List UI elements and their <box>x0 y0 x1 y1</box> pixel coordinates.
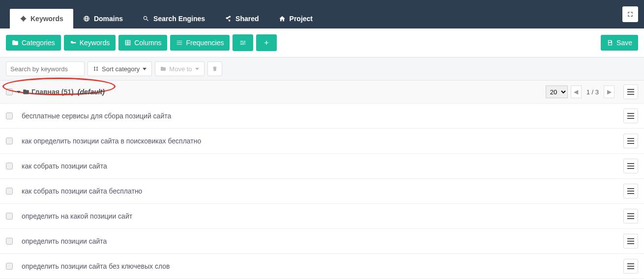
top-nav: Keywords Domains Search Engines Shared P… <box>0 0 644 28</box>
button-label: Frequencies <box>186 39 224 47</box>
folder-icon <box>160 66 166 72</box>
toolbar: Categories Keywords Columns Frequencies … <box>0 28 644 57</box>
list-icon <box>176 39 183 46</box>
menu-icon <box>627 113 634 119</box>
trash-icon <box>212 66 218 72</box>
menu-icon <box>627 89 634 95</box>
button-label: Move to <box>169 65 192 73</box>
share-icon <box>225 15 232 22</box>
menu-icon <box>627 238 634 244</box>
folder-icon <box>12 39 19 46</box>
expand-button[interactable] <box>622 6 638 22</box>
category-default-label: (default) <box>78 88 105 96</box>
keys-icon <box>20 15 27 22</box>
row-checkbox[interactable] <box>6 138 13 144</box>
keyword-text: определить на какой позиции сайт <box>22 212 623 220</box>
keyword-row: определить на какой позиции сайт <box>0 204 644 229</box>
keyword-text: определить позиции сайта <box>22 237 623 245</box>
row-menu-button[interactable] <box>623 109 638 123</box>
keyword-list: бесплатные сервисы для сбора позиций сай… <box>0 104 644 279</box>
button-label: Categories <box>22 39 55 47</box>
pager-prev-button[interactable]: ◀ <box>571 85 582 98</box>
chevron-down-icon <box>195 68 199 70</box>
row-checkbox[interactable] <box>6 238 13 245</box>
nav-tab-label: Shared <box>235 15 259 23</box>
delete-button[interactable] <box>207 61 222 76</box>
button-label: Sort category <box>102 65 140 73</box>
page-size-select[interactable]: 20 <box>546 85 568 98</box>
categories-button[interactable]: Categories <box>6 35 61 51</box>
subtoolbar: Sort category Move to <box>0 57 644 81</box>
keywords-button[interactable]: Keywords <box>64 35 116 51</box>
search-input[interactable] <box>6 61 85 76</box>
row-checkbox[interactable] <box>6 188 13 195</box>
nav-tab-keywords[interactable]: Keywords <box>10 9 73 28</box>
menu-icon <box>627 138 634 144</box>
keyword-row: как собрать позиции сайта <box>0 154 644 179</box>
category-label[interactable]: Главная (51) (default) <box>17 88 105 96</box>
nav-tab-label: Search Engines <box>153 15 205 23</box>
nav-tab-search-engines[interactable]: Search Engines <box>133 9 215 28</box>
pager-next-button[interactable]: ▶ <box>604 85 615 98</box>
nav-tab-label: Domains <box>94 15 123 23</box>
button-label: Save <box>616 39 632 47</box>
keyword-row: бесплатные сервисы для сбора позиций сай… <box>0 104 644 129</box>
keyword-text: как определить позиции сайта в поисковик… <box>22 137 623 145</box>
sliders-icon <box>239 39 246 46</box>
plus-icon <box>263 39 270 46</box>
nav-tab-label: Keywords <box>30 15 63 23</box>
folder-icon <box>23 88 29 95</box>
keyword-row: как собрать позиции сайта бесплатно <box>0 179 644 204</box>
keyword-text: как собрать позиции сайта <box>22 162 623 170</box>
sliders-button[interactable] <box>233 34 253 51</box>
frequencies-button[interactable]: Frequencies <box>170 35 230 51</box>
pager-text: 1 / 3 <box>585 88 601 96</box>
category-header: Главная (51) (default) 20 ◀ 1 / 3 ▶ <box>0 81 644 104</box>
key-icon <box>70 39 77 46</box>
menu-icon <box>627 263 634 269</box>
nav-tab-shared[interactable]: Shared <box>215 9 268 28</box>
keyword-row: определить позиции сайта без ключевых сл… <box>0 254 644 279</box>
category-checkbox[interactable] <box>6 88 13 95</box>
nav-tab-label: Project <box>290 15 313 23</box>
row-menu-button[interactable] <box>623 259 638 274</box>
row-checkbox[interactable] <box>6 112 13 119</box>
search-icon <box>143 15 149 22</box>
sort-icon <box>93 66 99 72</box>
row-menu-button[interactable] <box>623 184 638 198</box>
keyword-text: определить позиции сайта без ключевых сл… <box>22 262 623 270</box>
menu-icon <box>627 213 634 219</box>
menu-icon <box>627 188 634 194</box>
row-checkbox[interactable] <box>6 163 13 169</box>
row-menu-button[interactable] <box>623 134 638 148</box>
category-menu-button[interactable] <box>623 84 638 99</box>
sort-category-button[interactable]: Sort category <box>88 61 152 76</box>
nav-tab-domains[interactable]: Domains <box>73 9 133 28</box>
row-checkbox[interactable] <box>6 263 13 270</box>
row-checkbox[interactable] <box>6 213 13 220</box>
row-menu-button[interactable] <box>623 234 638 249</box>
row-menu-button[interactable] <box>623 159 638 173</box>
chevron-down-icon <box>143 68 146 70</box>
add-button[interactable] <box>256 34 277 51</box>
menu-icon <box>627 163 634 169</box>
button-label: Keywords <box>80 39 110 47</box>
home-icon <box>279 15 286 22</box>
row-menu-button[interactable] <box>623 209 638 223</box>
caret-down-icon <box>17 91 21 93</box>
save-icon <box>607 39 614 46</box>
category-name: Главная (51) <box>31 88 74 96</box>
save-button[interactable]: Save <box>601 35 638 51</box>
keyword-text: бесплатные сервисы для сбора позиций сай… <box>22 112 623 120</box>
nav-tab-project[interactable]: Project <box>269 9 322 28</box>
button-label: Columns <box>134 39 161 47</box>
keyword-row: как определить позиции сайта в поисковик… <box>0 129 644 154</box>
table-icon <box>124 39 131 46</box>
move-to-button[interactable]: Move to <box>155 61 204 76</box>
keyword-text: как собрать позиции сайта бесплатно <box>22 187 623 195</box>
keyword-row: определить позиции сайта <box>0 229 644 254</box>
expand-icon <box>627 11 634 18</box>
columns-button[interactable]: Columns <box>118 35 167 51</box>
globe-icon <box>83 15 90 22</box>
